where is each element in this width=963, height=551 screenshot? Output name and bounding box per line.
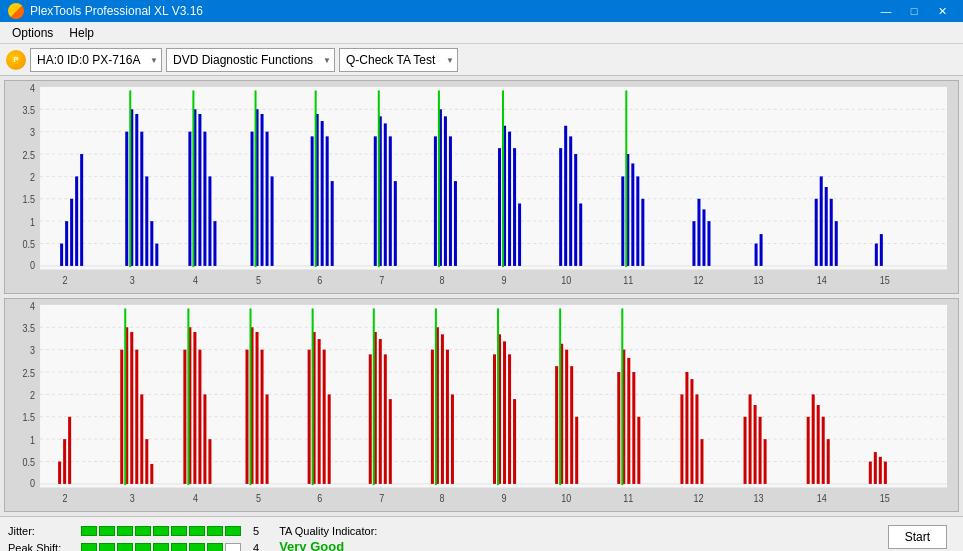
svg-rect-170 bbox=[503, 341, 506, 484]
svg-rect-82 bbox=[702, 209, 705, 266]
menu-options[interactable]: Options bbox=[4, 24, 61, 42]
svg-rect-180 bbox=[617, 372, 620, 484]
minimize-button[interactable]: — bbox=[873, 2, 899, 20]
svg-rect-48 bbox=[326, 136, 329, 266]
svg-rect-90 bbox=[835, 221, 838, 266]
svg-rect-202 bbox=[874, 452, 877, 484]
svg-text:0.5: 0.5 bbox=[23, 239, 36, 251]
metrics-left: Jitter: 5 Peak Shift: bbox=[8, 525, 259, 552]
svg-text:9: 9 bbox=[502, 274, 507, 286]
svg-rect-22 bbox=[75, 176, 78, 266]
svg-rect-158 bbox=[379, 339, 382, 484]
svg-rect-193 bbox=[754, 405, 757, 484]
svg-rect-188 bbox=[690, 379, 693, 484]
svg-rect-126 bbox=[58, 462, 61, 484]
peakshift-meter bbox=[81, 543, 241, 551]
svg-rect-139 bbox=[193, 332, 196, 484]
svg-rect-37 bbox=[213, 221, 216, 266]
svg-rect-177 bbox=[570, 366, 573, 484]
device-dropdown-wrapper: HA:0 ID:0 PX-716A bbox=[30, 48, 162, 72]
svg-text:5: 5 bbox=[256, 492, 261, 504]
jitter-seg-8 bbox=[207, 526, 223, 536]
svg-rect-162 bbox=[431, 350, 434, 484]
close-button[interactable]: ✕ bbox=[929, 2, 955, 20]
maximize-button[interactable]: □ bbox=[901, 2, 927, 20]
ta-quality-label: TA Quality Indicator: bbox=[279, 525, 377, 537]
menu-help[interactable]: Help bbox=[61, 24, 102, 42]
svg-text:11: 11 bbox=[623, 492, 633, 504]
svg-rect-47 bbox=[321, 121, 324, 266]
svg-rect-191 bbox=[744, 417, 747, 484]
svg-rect-186 bbox=[680, 394, 683, 484]
svg-rect-146 bbox=[256, 332, 259, 484]
svg-rect-194 bbox=[759, 417, 762, 484]
svg-text:12: 12 bbox=[693, 492, 703, 504]
svg-rect-187 bbox=[685, 372, 688, 484]
svg-rect-129 bbox=[120, 350, 123, 484]
svg-rect-54 bbox=[389, 136, 392, 266]
svg-rect-39 bbox=[251, 132, 254, 266]
svg-text:3.5: 3.5 bbox=[23, 322, 36, 334]
svg-rect-184 bbox=[637, 417, 640, 484]
svg-text:4: 4 bbox=[30, 82, 35, 94]
svg-rect-133 bbox=[140, 394, 143, 484]
svg-rect-32 bbox=[188, 132, 191, 266]
svg-rect-156 bbox=[369, 354, 372, 484]
svg-text:1: 1 bbox=[30, 434, 35, 446]
svg-rect-148 bbox=[266, 394, 269, 484]
peakshift-seg-4 bbox=[135, 543, 151, 551]
app-title: PlexTools Professional XL V3.16 bbox=[30, 4, 203, 18]
svg-rect-192 bbox=[749, 394, 752, 484]
svg-rect-26 bbox=[135, 114, 138, 266]
svg-rect-80 bbox=[692, 221, 695, 266]
test-dropdown[interactable]: Q-Check TA Test bbox=[339, 48, 458, 72]
svg-rect-154 bbox=[328, 394, 331, 484]
svg-text:1.5: 1.5 bbox=[23, 194, 36, 206]
svg-rect-128 bbox=[68, 417, 71, 484]
svg-rect-57 bbox=[434, 136, 437, 266]
svg-text:13: 13 bbox=[754, 492, 765, 504]
test-dropdown-wrapper: Q-Check TA Test bbox=[339, 48, 458, 72]
svg-rect-72 bbox=[574, 154, 577, 266]
jitter-seg-5 bbox=[153, 526, 169, 536]
svg-rect-60 bbox=[449, 136, 452, 266]
peakshift-seg-9 bbox=[225, 543, 241, 551]
svg-rect-195 bbox=[764, 439, 767, 484]
action-buttons: Start i bbox=[888, 525, 947, 552]
svg-rect-76 bbox=[631, 163, 634, 265]
svg-rect-200 bbox=[827, 439, 830, 484]
function-dropdown-wrapper: DVD Diagnostic Functions bbox=[166, 48, 335, 72]
device-dropdown[interactable]: HA:0 ID:0 PX-716A bbox=[30, 48, 162, 72]
svg-text:4: 4 bbox=[30, 300, 35, 312]
svg-rect-89 bbox=[830, 199, 833, 266]
toolbar: P HA:0 ID:0 PX-716A DVD Diagnostic Funct… bbox=[0, 44, 963, 76]
svg-rect-183 bbox=[632, 372, 635, 484]
start-button[interactable]: Start bbox=[888, 525, 947, 549]
peakshift-seg-6 bbox=[171, 543, 187, 551]
ta-quality-section: TA Quality Indicator: Very Good bbox=[279, 525, 377, 552]
svg-text:3: 3 bbox=[30, 345, 35, 357]
function-dropdown[interactable]: DVD Diagnostic Functions bbox=[166, 48, 335, 72]
svg-rect-197 bbox=[812, 394, 815, 484]
svg-text:13: 13 bbox=[754, 274, 765, 286]
jitter-row: Jitter: 5 bbox=[8, 525, 259, 538]
jitter-meter bbox=[81, 526, 241, 536]
title-bar: PlexTools Professional XL V3.16 — □ ✕ bbox=[0, 0, 963, 22]
svg-rect-92 bbox=[880, 234, 883, 266]
svg-rect-36 bbox=[208, 176, 211, 266]
jitter-value: 5 bbox=[253, 525, 259, 537]
svg-rect-66 bbox=[513, 148, 516, 266]
svg-text:3: 3 bbox=[30, 127, 35, 139]
svg-rect-198 bbox=[817, 405, 820, 484]
svg-rect-91 bbox=[875, 244, 878, 266]
svg-text:0.5: 0.5 bbox=[23, 457, 36, 469]
blue-chart-svg: 4 3.5 3 2.5 2 1.5 1 0.5 0 bbox=[5, 81, 958, 293]
svg-rect-59 bbox=[444, 116, 447, 266]
svg-text:1: 1 bbox=[30, 216, 35, 228]
svg-rect-21 bbox=[70, 199, 73, 266]
svg-text:14: 14 bbox=[817, 274, 828, 286]
blue-chart: 4 3.5 3 2.5 2 1.5 1 0.5 0 bbox=[4, 80, 959, 294]
svg-rect-27 bbox=[140, 132, 143, 266]
svg-rect-166 bbox=[451, 394, 454, 484]
svg-rect-168 bbox=[493, 354, 496, 484]
